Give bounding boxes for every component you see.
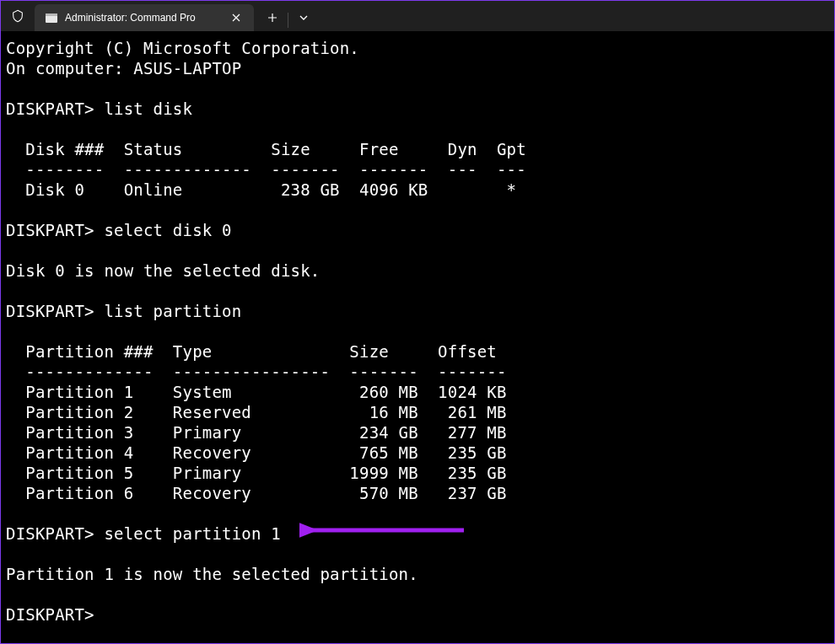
tab-dropdown-button[interactable] (288, 6, 319, 30)
tab-controls (257, 1, 319, 31)
shield-icon (11, 9, 24, 23)
titlebar: Administrator: Command Pro (1, 1, 834, 31)
annotation-arrow (299, 520, 468, 540)
new-tab-button[interactable] (257, 6, 288, 30)
terminal-output: Copyright (C) Microsoft Corporation. On … (6, 39, 526, 624)
terminal-viewport[interactable]: Copyright (C) Microsoft Corporation. On … (1, 31, 834, 643)
app-icon (1, 1, 35, 31)
tab-close-button[interactable] (229, 10, 244, 25)
plus-icon (267, 13, 277, 23)
tab-strip: Administrator: Command Pro (1, 1, 319, 31)
tab-title: Administrator: Command Pro (65, 12, 222, 24)
close-icon (232, 13, 240, 22)
tab-active[interactable]: Administrator: Command Pro (35, 4, 254, 31)
cmd-icon (45, 11, 58, 24)
chevron-down-icon (299, 15, 308, 20)
